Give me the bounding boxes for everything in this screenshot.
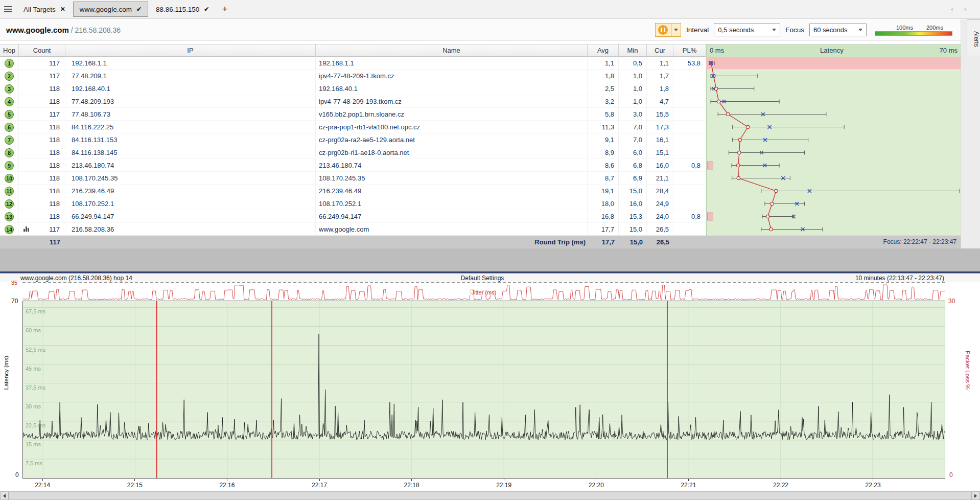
- name-cell: 108.170.252.1: [316, 197, 588, 210]
- col-header-min[interactable]: Min: [619, 44, 647, 57]
- tab-scroll-left-icon[interactable]: ‹: [951, 4, 954, 14]
- hop-row-6[interactable]: 611884.116.222.25cz-pra-pop1-rb1-vla100.…: [0, 121, 961, 133]
- time-tick-22-17: 22:17: [312, 479, 327, 489]
- packet-loss-axis-title: Packet Loss %: [965, 351, 971, 390]
- count-cell: 117: [19, 223, 65, 236]
- timeline-scrollbar[interactable]: [0, 491, 980, 500]
- latency-timeline-plot[interactable]: 67,5 ms60 ms52,5 ms45 ms37,5 ms30 ms22,5…: [22, 301, 945, 479]
- ip-cell: 84.116.222.25: [65, 121, 316, 133]
- hop-row-10[interactable]: 10118108.170.245.35108.170.245.358,76,92…: [0, 172, 961, 185]
- tab-88-86-115-150[interactable]: 88.86.115.150✔: [149, 2, 216, 17]
- col-header-avg[interactable]: Avg: [588, 44, 619, 57]
- hop-row-8[interactable]: 811884.116.138.145cz-prg02b-ri1-ae18-0.a…: [0, 146, 961, 159]
- scrollbar-thumb[interactable]: [9, 491, 971, 500]
- hop-row-2[interactable]: 211777.48.209.1ipv4-77-48-209-1.tkom.cz1…: [0, 70, 961, 82]
- cur-cell: 24,9: [647, 197, 673, 210]
- latency-scale-min: 0 ms: [710, 44, 724, 57]
- name-cell: 108.170.245.35: [316, 172, 588, 185]
- hop-row-11[interactable]: 11118216.239.46.49216.239.46.4919,115,02…: [0, 185, 961, 197]
- hop-row-3[interactable]: 3118192.168.40.1192.168.40.12,51,01,8: [0, 82, 961, 95]
- hop-number-badge: 6: [5, 123, 14, 132]
- hop-row-5[interactable]: 511777.48.106.73v165.bb2.pop1.brn.sloane…: [0, 108, 961, 121]
- ip-cell: 108.170.252.1: [65, 197, 316, 210]
- footer-avg: 17,7: [588, 236, 619, 249]
- chevron-down-icon: [772, 29, 776, 31]
- alerts-side-tab[interactable]: Alerts: [967, 19, 980, 56]
- tabs-container: All Targets✕www.google.com✔88.86.115.150…: [16, 2, 216, 17]
- hop-row-14[interactable]: 14117216.58.208.36www.google.com17,715,0…: [0, 223, 961, 236]
- menu-icon[interactable]: [0, 0, 16, 18]
- hop-cell: 8: [0, 146, 19, 159]
- pause-dropdown-button[interactable]: [671, 23, 681, 37]
- time-tick-22-19: 22:19: [496, 479, 511, 489]
- packet-loss-cell: [673, 172, 706, 185]
- legend-gradient-bar: [875, 31, 952, 36]
- latency-header-title: Latency: [820, 44, 844, 57]
- hop-row-1[interactable]: 1117192.168.1.1192.168.1.11,10,51,153,8: [0, 57, 961, 70]
- cur-cell: 1,7: [647, 70, 673, 82]
- avg-cell: 8,9: [588, 146, 619, 159]
- footer-pl-cell: [673, 236, 706, 249]
- timeline-target-label: www.google.com (216.58.208.36) hop 14: [20, 275, 329, 282]
- hop-number-badge: 12: [5, 199, 14, 209]
- panel-splitter[interactable]: [0, 271, 980, 274]
- avg-cell: 1,1: [588, 57, 619, 70]
- svg-text:30 ms: 30 ms: [26, 403, 41, 410]
- svg-text:37,5 ms: 37,5 ms: [26, 384, 46, 391]
- col-header-hop[interactable]: Hop: [0, 44, 19, 57]
- name-cell: 216.239.46.49: [316, 185, 588, 197]
- hop-row-13[interactable]: 1311866.249.94.14766.249.94.14716,815,32…: [0, 210, 961, 223]
- name-cell: ipv4-77-48-209-1.tkom.cz: [316, 70, 588, 82]
- col-header-cur[interactable]: Cur: [647, 44, 673, 57]
- count-cell: 118: [19, 82, 65, 95]
- min-cell: 6,0: [619, 146, 647, 159]
- hop-row-4[interactable]: 411877.48.209.193ipv4-77-48-209-193.tkom…: [0, 95, 961, 108]
- timeline-settings-label[interactable]: Default Settings: [329, 275, 637, 282]
- timeline-window-label[interactable]: 10 minutes (22:13:47 - 22:23:47): [636, 275, 944, 282]
- focus-range-label: Focus: 22:22:47 - 22:23:47: [706, 236, 961, 249]
- ip-cell: 84.116.138.145: [65, 146, 316, 159]
- tab-www-google-com[interactable]: www.google.com✔: [73, 2, 148, 17]
- name-cell: cz-pra-pop1-rb1-vla100.net.upc.cz: [316, 121, 588, 133]
- col-header-pl[interactable]: PL%: [673, 44, 706, 57]
- hop-cell: 11: [0, 185, 19, 197]
- hop-row-7[interactable]: 711884.116.131.153cz-prg02a-ra2-ae5-129.…: [0, 133, 961, 146]
- pause-button[interactable]: [655, 23, 671, 37]
- latency-graph-cell: [706, 159, 961, 172]
- hop-row-12[interactable]: 12118108.170.252.1108.170.252.118,016,02…: [0, 197, 961, 210]
- focus-select[interactable]: 60 seconds: [809, 24, 867, 36]
- ip-cell: 84.116.131.153: [65, 133, 316, 146]
- hop-row-9[interactable]: 9118213.46.180.74213.46.180.748,66,816,0…: [0, 159, 961, 172]
- interval-select[interactable]: 0,5 seconds: [714, 24, 780, 36]
- table-header: Hop Count IP Name Avg Min Cur PL% 0 ms L…: [0, 44, 961, 57]
- tab-all-targets[interactable]: All Targets✕: [17, 2, 72, 17]
- jitter-strip: Jitter (ms): [22, 282, 945, 301]
- avg-cell: 5,8: [588, 108, 619, 121]
- close-icon[interactable]: ✕: [60, 6, 65, 13]
- hop-number-badge: 9: [5, 161, 14, 170]
- avg-cell: 9,1: [588, 133, 619, 146]
- add-target-button[interactable]: +: [216, 4, 233, 15]
- cur-cell: 4,7: [647, 95, 673, 108]
- packet-loss-cell: [673, 82, 706, 95]
- hop-number-badge: 3: [5, 84, 14, 94]
- col-header-name[interactable]: Name: [316, 44, 588, 57]
- col-header-ip[interactable]: IP: [65, 44, 316, 57]
- time-tick-22-16: 22:16: [219, 479, 235, 489]
- tab-scroll-right-icon[interactable]: ›: [964, 4, 967, 14]
- scrollbar-right-button[interactable]: [971, 491, 980, 500]
- min-cell: 1,0: [619, 70, 647, 82]
- avg-cell: 8,6: [588, 159, 619, 172]
- name-cell: www.google.com: [316, 223, 588, 236]
- latency-graph-cell: [706, 210, 961, 223]
- scrollbar-left-button[interactable]: [0, 491, 9, 500]
- col-header-latency[interactable]: 0 ms Latency 70 ms: [706, 44, 961, 57]
- time-tick-22-15: 22:15: [127, 479, 143, 489]
- avg-cell: 1,8: [588, 70, 619, 82]
- jitter-axis-max: 35: [11, 280, 17, 286]
- avg-cell: 16,8: [588, 210, 619, 223]
- footer-cur: 26,5: [647, 236, 673, 249]
- col-header-count[interactable]: Count: [19, 44, 65, 57]
- cur-cell: 16,0: [647, 159, 673, 172]
- tab-label: 88.86.115.150: [156, 6, 199, 13]
